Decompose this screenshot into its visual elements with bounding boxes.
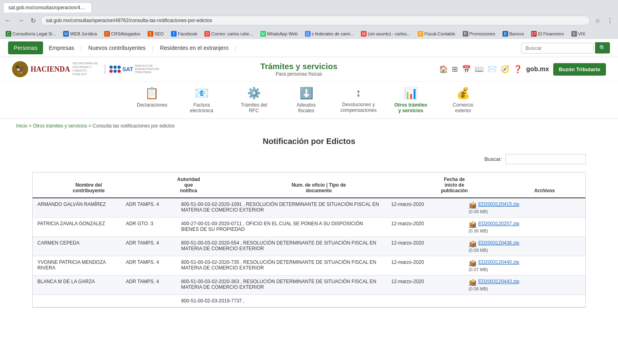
address-bar[interactable]: sat.gob.mx/consultas/operacion/49762/con… — [41, 16, 590, 25]
file-link[interactable]: 📦ED2003120440.zip — [469, 259, 581, 267]
service-icon: ⚙️ — [247, 86, 261, 100]
browser-tab[interactable]: sat.gob.mx/consultas/operacion/49762/con… — [3, 2, 92, 12]
file-link[interactable]: 📦ED2003120415.zip — [469, 202, 581, 209]
service-item-comercio[interactable]: 💰Comercio exterior — [445, 86, 481, 113]
menu-button[interactable]: ⋮ — [605, 16, 615, 25]
file-size: (0.08 MB) — [469, 248, 581, 253]
service-item-trámites[interactable]: ⚙️Trámites del RFC — [236, 86, 272, 113]
header-icons: 🏠 ⊞ 📅 📖 ✉️ 🧭 ❓ gob.mx Buzón Tributario — [439, 63, 606, 76]
bookmark-label: WhatsApp Web — [267, 31, 298, 36]
service-icon: 📊 — [404, 86, 418, 100]
search-label: Buscar: — [484, 156, 502, 162]
breadcrumb-current: Consulta las notificaciones por edictos — [93, 123, 175, 129]
cell-autoridad: ADR TAMPS. 4 — [121, 276, 176, 295]
service-item-adeudos-[interactable]: ⬇️Adeudos fiscales — [288, 86, 324, 113]
file-size: (0.08 MB) — [469, 209, 581, 214]
bookmark-item[interactable]: SSEO — [145, 30, 166, 37]
calendar-icon[interactable]: 📅 — [462, 65, 471, 74]
bookmark-item[interactable]: VVIX — [569, 30, 588, 37]
file-name[interactable]: ED2003120436.zip — [478, 240, 519, 246]
file-link[interactable]: 📦ED2003120436.zip — [469, 240, 581, 248]
bookmark-item[interactable]: FFiscal-Contable — [415, 30, 457, 37]
bookmark-icon: f — [171, 31, 177, 37]
book-icon[interactable]: 📖 — [475, 65, 484, 74]
compass-icon[interactable]: 🧭 — [501, 65, 509, 74]
nav-item-personas[interactable]: Personas — [8, 41, 43, 54]
breadcrumb-link[interactable]: Inicio — [16, 123, 27, 129]
file-name[interactable]: ED2003120257.zip — [478, 221, 519, 226]
bookmark-item[interactable]: EFEl Financiero — [529, 30, 566, 37]
buzon-tributario-button[interactable]: Buzón Tributario — [553, 63, 606, 76]
service-item-devoluci[interactable]: ↕️Devoluciones y compensaciones — [340, 86, 377, 113]
service-label: Trámites del RFC — [236, 102, 272, 113]
bookmark-label: s federales de cami... — [312, 31, 354, 36]
bookmark-label: Facebook — [178, 31, 197, 36]
nav-divider: | — [152, 45, 153, 51]
service-item-declarac[interactable]: 📋Declaraciones — [137, 86, 167, 113]
table-row: CARMEN CEPEDA ADR TAMPS. 4 800-51-00-03-… — [33, 237, 585, 256]
bookmark-item[interactable]: CCRSAbogados — [102, 30, 143, 37]
bookmark-item[interactable]: Gs federales de cami... — [303, 30, 356, 37]
file-link[interactable]: 📦ED2003120257.zip — [469, 221, 581, 228]
file-link[interactable]: 📦ED2003120443.zip — [469, 279, 581, 286]
nav-item-residentes-en-el-extranjero[interactable]: Residentes en el extranjero — [154, 41, 234, 54]
bookmark-item[interactable]: WWEB Jurídica — [61, 30, 99, 37]
bookmark-label: CRSAbogados — [111, 31, 140, 36]
service-icon: ⬇️ — [299, 86, 313, 100]
file-name[interactable]: ED2003120415.zip — [478, 202, 519, 207]
nav-search-input[interactable] — [521, 43, 593, 53]
bookmark-label: VIX — [578, 31, 585, 36]
star-button[interactable]: ☆ — [593, 16, 602, 25]
nav-search-button[interactable]: 🔍 — [595, 42, 610, 53]
breadcrumb-link[interactable]: Otros trámites y servicios — [33, 123, 87, 129]
notifications-data-table: ARMANDO GALVÁN RAMÍREZ ADR TAMPS. 4 800-… — [33, 198, 585, 307]
table-row: ARMANDO GALVÁN RAMÍREZ ADR TAMPS. 4 800-… — [33, 198, 585, 218]
bookmark-item[interactable]: M(sin asunto) - carlos... — [358, 30, 413, 37]
service-label: Devoluciones y compensaciones — [340, 102, 377, 113]
bookmark-item[interactable]: WWhatsApp Web — [258, 30, 300, 37]
cell-archivo: 📦ED2003120436.zip(0.08 MB) — [464, 237, 585, 256]
grid-icon[interactable]: ⊞ — [452, 65, 458, 74]
help-icon[interactable]: ❓ — [513, 65, 522, 74]
cell-fecha: 12-marzo-2020 — [386, 237, 464, 256]
table-search-input[interactable] — [505, 154, 586, 164]
nav-item-nuevos-contribuyentes[interactable]: Nuevos contribuyentes — [83, 41, 151, 54]
nav-item-empresas[interactable]: Empresas — [43, 41, 80, 54]
bookmark-item[interactable]: BBancos — [500, 30, 527, 37]
cell-archivo: 📦ED2003120443.zip(0.08 MB) — [464, 276, 585, 295]
bookmark-icon: W — [63, 31, 69, 37]
file-size: (0.36 MB) — [469, 228, 581, 233]
service-icon: 📧 — [195, 86, 209, 100]
service-item-otros-tr[interactable]: 📊Otros trámites y servicios — [393, 86, 429, 113]
file-size: (0.08 MB) — [469, 286, 581, 291]
service-label: Declaraciones — [137, 102, 167, 108]
file-name[interactable]: ED2003120440.zip — [478, 259, 519, 265]
reload-button[interactable]: ↻ — [29, 16, 37, 25]
table-scroll-area[interactable]: ARMANDO GALVÁN RAMÍREZ ADR TAMPS. 4 800-… — [33, 198, 585, 307]
service-label: Adeudos fiscales — [288, 102, 324, 113]
col-oficio: Num. de oficio | Tipo dedocumento — [233, 173, 405, 198]
forward-button[interactable]: → — [16, 16, 26, 25]
home-icon[interactable]: 🏠 — [439, 65, 448, 74]
site-header: 🦅 HACIENDA SECRETARÍA DE HACIENDA Y CRÉD… — [0, 57, 618, 82]
notifications-table: Nombre delcontribuyente Autoridadquenoti… — [33, 173, 585, 198]
bookmark-item[interactable]: CConsultoría Legal Si... — [3, 30, 58, 37]
cell-nombre: CARMEN CEPEDA — [33, 237, 121, 256]
sat-dot — [117, 66, 121, 69]
back-button[interactable]: ← — [3, 16, 13, 25]
search-row: Buscar: — [32, 154, 586, 164]
service-item-factura-[interactable]: 📧Factura electrónica — [183, 86, 220, 113]
cell-fecha — [386, 295, 464, 307]
bookmark-label: Consultoría Legal Si... — [12, 31, 56, 36]
mail-icon[interactable]: ✉️ — [488, 65, 496, 74]
bookmark-icon: C — [6, 31, 11, 37]
bookmark-icon: S — [148, 31, 153, 37]
cell-archivo: 📦ED2003120415.zip(0.08 MB) — [464, 198, 585, 218]
cell-oficio: 400-27-00-01-00-2020-0711 , OFICIO EN EL… — [176, 218, 386, 237]
bookmark-item[interactable]: fFacebook — [169, 30, 200, 37]
bookmark-item[interactable]: PPromociones — [460, 30, 498, 37]
browser-chrome: sat.gob.mx/consultas/operacion/49762/con… — [0, 0, 618, 39]
bookmark-item[interactable]: OCorreo: carlos rube... — [202, 30, 255, 37]
file-name[interactable]: ED2003120443.zip — [478, 279, 519, 284]
main-content: Notificación por Edictos Buscar: Nombre … — [0, 133, 618, 320]
